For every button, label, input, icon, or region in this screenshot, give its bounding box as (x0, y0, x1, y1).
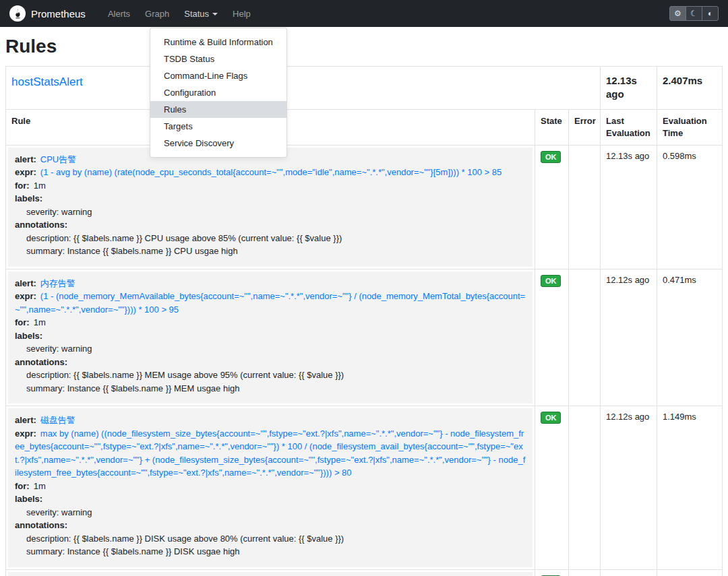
keyword-for: for: (15, 481, 30, 491)
group-evaluation-time: 2.407ms (657, 67, 723, 110)
moon-icon: ☾ (690, 9, 698, 18)
navbar: Prometheus Alerts Graph Status Help ⚙ ☾ … (0, 0, 728, 27)
alert-name-link[interactable]: 磁盘告警 (40, 415, 75, 425)
keyword-expr: expr: (15, 167, 36, 177)
expression-link[interactable]: max by (name) ((node_filesystem_size_byt… (15, 428, 525, 478)
rule-evaluation-time: 0.598ms (657, 145, 723, 269)
column-header-evaluation-time: Evaluation Time (657, 109, 723, 145)
nav-alerts[interactable]: Alerts (100, 9, 138, 19)
rule-definition: alert:内存告警 expr:(1 - (node_memory_MemAva… (8, 271, 533, 404)
prometheus-logo-icon (9, 5, 26, 22)
gear-icon: ⚙ (674, 9, 681, 18)
table-header-row: Rule State Error Last Evaluation Evaluat… (6, 109, 723, 145)
keyword-alert: alert: (15, 415, 36, 425)
rule-error (568, 145, 600, 269)
keyword-labels: labels: (15, 193, 42, 203)
label-severity: severity: warning (15, 342, 526, 356)
table-row: alert:CPU告警 expr:(1 - avg by (name) (rat… (6, 145, 723, 269)
rule-last-evaluation: 12.10s ago (601, 569, 657, 576)
rule-definition: alert:磁盘告警 expr:max by (name) ((node_fil… (8, 408, 533, 567)
rule-last-evaluation: 12.12s ago (601, 269, 657, 406)
nav-status[interactable]: Status (177, 9, 225, 19)
state-badge: OK (541, 275, 562, 287)
keyword-expr: expr: (15, 291, 36, 301)
table-row: alert:内存告警 expr:(1 - (node_memory_MemAva… (6, 269, 723, 406)
rule-error (568, 269, 600, 406)
page-content: Rules hostStatsAlert 12.13s ago 2.407ms … (0, 36, 728, 576)
page-title: Rules (5, 36, 723, 57)
for-value: 1m (34, 481, 46, 491)
alert-name-link[interactable]: 内存告警 (40, 278, 75, 288)
rule-evaluation-time: 0.171ms (657, 569, 723, 576)
nav-graph[interactable]: Graph (138, 9, 177, 19)
annotation-summary: summary: Instance {{ $labels.name }} MEM… (15, 382, 526, 395)
annotation-summary: summary: Instance {{ $labels.name }} CPU… (15, 245, 526, 258)
group-last-evaluation: 12.13s ago (601, 67, 657, 110)
dark-mode-button[interactable]: ☾ (686, 6, 702, 21)
menu-item-targets[interactable]: Targets (150, 118, 286, 135)
expression-link[interactable]: (1 - (node_memory_MemAvailable_bytes{acc… (15, 291, 525, 315)
rule-evaluation-time: 0.471ms (657, 269, 723, 406)
annotation-summary: summary: Instance {{ $labels.name }} DIS… (15, 545, 526, 558)
column-header-last-evaluation: Last Evaluation (601, 109, 657, 145)
for-value: 1m (34, 181, 46, 191)
keyword-annotations: annotations: (15, 220, 67, 230)
menu-item-tsdb-status[interactable]: TSDB Status (150, 51, 286, 67)
rule-last-evaluation: 12.13s ago (601, 145, 657, 269)
nav-status-label: Status (184, 9, 209, 19)
table-row: alert:主机宕机 expr:up == 0 for:1m OK 12.10s… (6, 569, 723, 576)
table-row: alert:磁盘告警 expr:max by (name) ((node_fil… (6, 406, 723, 570)
menu-item-command-line-flags[interactable]: Command-Line Flags (150, 67, 286, 84)
label-severity: severity: warning (15, 506, 526, 519)
rule-group-name-link[interactable]: hostStatsAlert (11, 75, 83, 88)
keyword-labels: labels: (15, 331, 42, 341)
label-severity: severity: warning (15, 205, 526, 219)
annotation-description: description: {{ $labels.name }} DISK usa… (15, 532, 526, 546)
rules-table: hostStatsAlert 12.13s ago 2.407ms Rule S… (5, 66, 723, 576)
menu-item-configuration[interactable]: Configuration (150, 84, 286, 101)
brand-label: Prometheus (31, 8, 86, 20)
alert-name-link[interactable]: CPU告警 (40, 154, 76, 164)
rule-definition: alert:主机宕机 expr:up == 0 for:1m (8, 572, 533, 576)
keyword-annotations: annotations: (15, 357, 67, 367)
theme-toggle-group: ⚙ ☾ ◐ (669, 6, 719, 21)
keyword-alert: alert: (15, 154, 36, 164)
menu-item-service-discovery[interactable]: Service Discovery (150, 135, 286, 152)
menu-item-runtime-build-information[interactable]: Runtime & Build Information (150, 34, 286, 51)
contrast-icon: ◐ (708, 9, 712, 18)
brand[interactable]: Prometheus (9, 5, 86, 22)
for-value: 1m (34, 317, 46, 327)
menu-item-rules[interactable]: Rules (150, 101, 286, 118)
keyword-expr: expr: (15, 428, 36, 439)
annotation-description: description: {{ $labels.name }} CPU usag… (15, 232, 526, 245)
status-dropdown-menu: Runtime & Build Information TSDB Status … (150, 28, 287, 158)
rule-definition: alert:CPU告警 expr:(1 - avg by (name) (rat… (8, 148, 533, 267)
chevron-down-icon (212, 13, 218, 15)
annotation-description: description: {{ $labels.name }} MEM usag… (15, 369, 526, 382)
rule-error (568, 569, 600, 576)
rule-last-evaluation: 12.12s ago (601, 406, 657, 570)
column-header-error: Error (568, 109, 600, 145)
keyword-for: for: (15, 317, 30, 327)
keyword-labels: labels: (15, 494, 42, 504)
rule-group-row: hostStatsAlert 12.13s ago 2.407ms (6, 67, 723, 110)
rule-evaluation-time: 1.149ms (657, 406, 723, 570)
rule-error (568, 406, 600, 570)
nav-help[interactable]: Help (225, 9, 258, 19)
settings-button[interactable]: ⚙ (669, 6, 686, 21)
keyword-annotations: annotations: (15, 520, 67, 530)
column-header-state: State (535, 109, 568, 145)
state-badge: OK (541, 151, 562, 163)
state-badge: OK (541, 412, 562, 424)
keyword-for: for: (15, 181, 30, 191)
auto-theme-button[interactable]: ◐ (702, 6, 719, 21)
keyword-alert: alert: (15, 278, 36, 288)
expression-link[interactable]: (1 - avg by (name) (rate(node_cpu_second… (40, 167, 502, 177)
